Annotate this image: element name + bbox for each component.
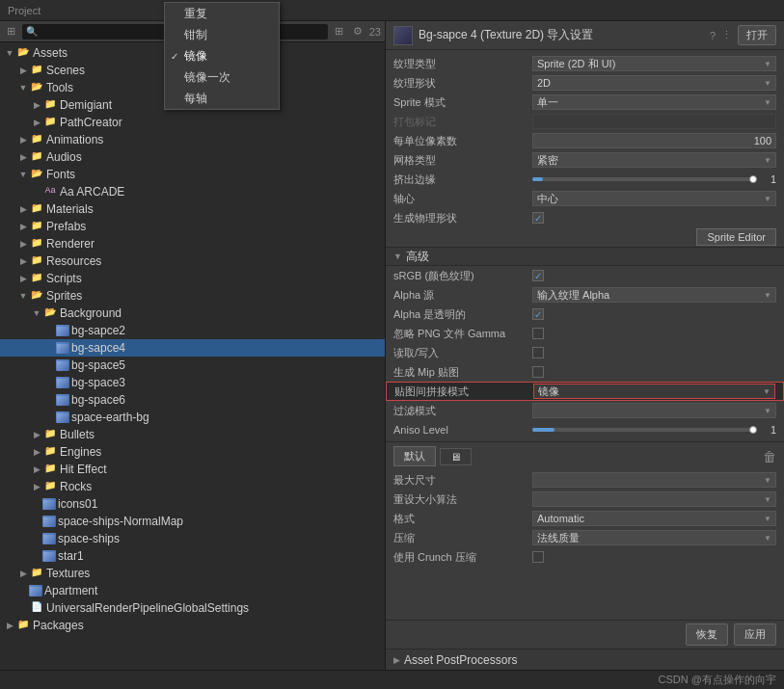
tree-icon-prefabs: 📁 xyxy=(29,220,44,233)
tree-item-bg-sapce2[interactable]: bg-sapce2 xyxy=(0,322,385,339)
wrap-mode-dropdown[interactable]: 镜像 ▼ xyxy=(533,384,775,399)
ppu-input[interactable]: 100 xyxy=(532,133,776,148)
tree-item-star1[interactable]: star1 xyxy=(0,547,385,565)
tree-arrow-materials: ▶ xyxy=(17,203,29,215)
tree-item-scripts[interactable]: ▶📁Scripts xyxy=(0,270,385,287)
tree-label-packages: Packages xyxy=(33,619,84,632)
tree-icon-animations: 📁 xyxy=(29,133,44,146)
tree-label-scenes: Scenes xyxy=(46,64,85,77)
tree-item-rocks[interactable]: ▶📁Rocks xyxy=(0,478,385,495)
alpha-source-dropdown[interactable]: 输入纹理 Alpha ▼ xyxy=(532,287,776,303)
resize-dropdown[interactable]: ▼ xyxy=(532,491,776,507)
prop-sprite-mode-dropdown[interactable]: 单一 ▼ xyxy=(532,94,776,110)
prop-texture-type-dropdown[interactable]: Sprite (2D 和 UI) ▼ xyxy=(532,56,776,71)
tree-icon-materials: 📁 xyxy=(29,202,44,216)
tree-item-background[interactable]: ▼📂Background xyxy=(0,305,385,322)
prop-sprite-mode: Sprite 模式 单一 ▼ xyxy=(386,93,784,112)
aniso-slider-container[interactable]: 1 xyxy=(532,424,776,436)
tree-item-pathcreator[interactable]: ▶📁PathCreator xyxy=(0,114,385,131)
tree-item-animations[interactable]: ▶📁Animations xyxy=(0,131,385,148)
prop-mesh-type: 网格类型 紧密 ▼ xyxy=(386,150,784,170)
tree-item-sprites[interactable]: ▼📂Sprites xyxy=(0,287,385,305)
tree-item-hiteffect[interactable]: ▶📁Hit Effect xyxy=(0,461,385,478)
prop-alpha-trans-label: Alpha 是透明的 xyxy=(393,307,528,322)
prop-texture-shape-dropdown[interactable]: 2D ▼ xyxy=(532,75,776,91)
tree-item-space-ships[interactable]: space-ships xyxy=(0,530,385,547)
gen-physics-checkbox[interactable]: ✓ xyxy=(532,212,544,224)
filter-button[interactable]: ⊞ xyxy=(332,25,346,38)
tree-item-materials[interactable]: ▶📁Materials xyxy=(0,200,385,218)
aniso-slider-track[interactable] xyxy=(532,428,753,432)
tree-item-bg-space5[interactable]: bg-space5 xyxy=(0,357,385,374)
open-button[interactable]: 打开 xyxy=(738,25,776,45)
aniso-slider-thumb[interactable] xyxy=(749,426,757,434)
revert-button[interactable]: 恢复 xyxy=(686,623,728,646)
tree-label-apartment: Apartment xyxy=(44,584,97,597)
extrude-slider-container[interactable]: 1 xyxy=(532,173,776,185)
alpha-trans-checkbox[interactable]: ✓ xyxy=(532,308,544,320)
tree-item-icons01[interactable]: icons01 xyxy=(0,495,385,513)
tree-label-animations: Animations xyxy=(46,133,103,146)
tree-item-packages[interactable]: ▶📁Packages xyxy=(0,617,385,634)
prop-mesh-type-dropdown[interactable]: 紧密 ▼ xyxy=(532,152,776,168)
delete-icon[interactable]: 🗑 xyxy=(763,449,776,464)
crunch-checkbox[interactable] xyxy=(532,551,544,563)
prop-pivot-label: 轴心 xyxy=(393,192,528,206)
tree-item-arcade[interactable]: AaAa ARCADE xyxy=(0,183,385,200)
tree-arrow-assets: ▼ xyxy=(4,47,15,59)
tree-item-textures[interactable]: ▶📁Textures xyxy=(0,565,385,582)
tree-arrow-animations: ▶ xyxy=(17,134,29,146)
max-size-arrow: ▼ xyxy=(764,476,771,485)
filter-mode-dropdown[interactable]: ▼ xyxy=(532,403,776,418)
tree-item-resources[interactable]: ▶📁Resources xyxy=(0,252,385,270)
tree-item-space-ships-normalmap[interactable]: space-ships-NormalMap xyxy=(0,513,385,530)
tree-icon-audios: 📁 xyxy=(29,150,44,164)
tree-item-bg-space3[interactable]: bg-space3 xyxy=(0,374,385,391)
max-size-dropdown[interactable]: ▼ xyxy=(532,472,776,488)
aniso-slider-fill xyxy=(532,428,554,432)
rw-checkbox[interactable] xyxy=(532,347,544,358)
tree-arrow-renderer: ▶ xyxy=(17,238,29,250)
tree-item-bullets[interactable]: ▶📁Bullets xyxy=(0,426,385,443)
expand-button[interactable]: ⊞ xyxy=(4,25,18,38)
prop-pivot-dropdown[interactable]: 中心 ▼ xyxy=(532,191,776,206)
srgb-checkbox[interactable]: ✓ xyxy=(532,270,544,281)
tree-icon-sprites: 📂 xyxy=(29,289,44,303)
tree-label-hiteffect: Hit Effect xyxy=(60,463,106,476)
prop-gen-physics-label: 生成物理形状 xyxy=(393,211,528,225)
tree-item-fonts[interactable]: ▼📂Fonts xyxy=(0,166,385,183)
prop-format: 格式 Automatic ▼ xyxy=(386,509,784,528)
tree-icon-space-earth-bg xyxy=(56,411,69,423)
tree-arrow-textures: ▶ xyxy=(17,568,29,579)
tree-item-bg-sapce4[interactable]: bg-sapce4 xyxy=(0,339,385,357)
sprite-editor-button[interactable]: Sprite Editor xyxy=(696,228,776,246)
tree-container[interactable]: ▼📂Assets▶📁Scenes▼📂Tools▶📁Demigiant▶📁Path… xyxy=(0,42,385,670)
extrude-slider-track[interactable] xyxy=(532,177,753,181)
prop-compression-label: 压缩 xyxy=(393,531,528,545)
tree-label-bg-sapce2: bg-sapce2 xyxy=(71,324,125,337)
settings-icon[interactable]: ⋮ xyxy=(721,29,732,41)
tree-item-urp-global[interactable]: 📄UniversalRenderPipelineGlobalSettings xyxy=(0,599,385,617)
apply-button[interactable]: 应用 xyxy=(734,623,776,646)
tree-item-bg-space6[interactable]: bg-space6 xyxy=(0,391,385,409)
help-icon[interactable]: ? xyxy=(710,30,716,41)
extrude-slider-thumb[interactable] xyxy=(749,175,757,183)
tree-item-prefabs[interactable]: ▶📁Prefabs xyxy=(0,218,385,235)
format-dropdown[interactable]: Automatic ▼ xyxy=(532,511,776,526)
tree-item-space-earth-bg[interactable]: space-earth-bg xyxy=(0,409,385,426)
compression-dropdown[interactable]: 法线质量 ▼ xyxy=(532,530,776,545)
tree-arrow-bullets: ▶ xyxy=(31,429,42,440)
tree-item-apartment[interactable]: Apartment xyxy=(0,582,385,599)
png-gamma-checkbox[interactable] xyxy=(532,328,544,339)
packing-tag-input[interactable] xyxy=(532,114,776,129)
asset-post-section[interactable]: ▶ Asset PostProcessors xyxy=(386,649,784,670)
mip-checkbox[interactable] xyxy=(532,366,544,378)
default-platform-btn[interactable]: 默认 xyxy=(393,446,436,466)
advanced-section-header[interactable]: ▼ 高级 xyxy=(386,247,784,266)
settings-button[interactable]: ⚙ xyxy=(350,25,365,38)
monitor-platform-btn[interactable]: 🖥 xyxy=(440,448,472,465)
tree-item-renderer[interactable]: ▶📁Renderer xyxy=(0,235,385,252)
tree-item-engines[interactable]: ▶📁Engines xyxy=(0,443,385,461)
tree-icon-bg-sapce4 xyxy=(56,342,69,354)
tree-item-audios[interactable]: ▶📁Audios xyxy=(0,148,385,166)
